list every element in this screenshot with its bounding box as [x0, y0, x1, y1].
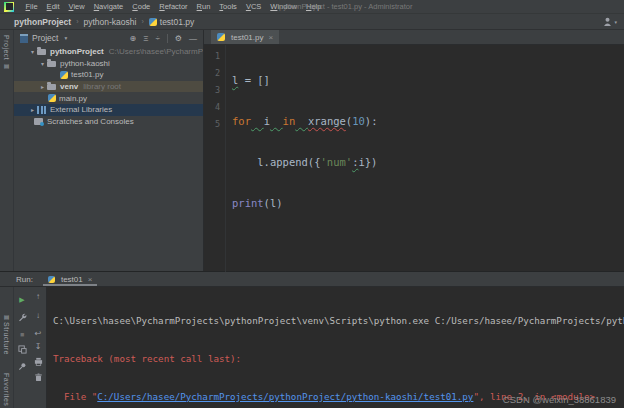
tree-row-external-libraries[interactable]: ▸ External Libraries	[14, 104, 203, 116]
tree-extra: library root	[83, 82, 121, 91]
menu-item-vcs[interactable]: VCS	[241, 0, 265, 13]
tree-row-pythonProject[interactable]: ▾ pythonProject C:\Users\hasee\PycharmPr…	[14, 46, 203, 58]
project-tree: ▾ pythonProject C:\Users\hasee\PycharmPr…	[14, 46, 203, 127]
folder-icon	[47, 61, 56, 67]
tree-label: pythonProject	[50, 47, 104, 56]
project-view-selector[interactable]: Project	[32, 33, 58, 43]
tree-label: python-kaoshi	[60, 59, 110, 68]
breadcrumb-separator: ›	[76, 18, 78, 25]
breadcrumb-folder[interactable]: python-kaoshi	[84, 17, 137, 27]
favorites-stripe-label: Favorites	[3, 373, 10, 406]
menu-item-run[interactable]: Run	[192, 0, 215, 13]
file-link[interactable]: C:/Users/hasee/PycharmProjects/pythonPro…	[97, 391, 473, 402]
rerun-button[interactable]: ▶	[14, 293, 30, 306]
scroll-to-end-icon[interactable]: ↧	[30, 340, 46, 353]
project-view-icon	[20, 34, 28, 43]
tree-row-test01[interactable]: test01.py	[14, 69, 203, 81]
menu-item-file[interactable]: File	[21, 0, 42, 13]
scratches-icon	[34, 118, 43, 125]
restore-layout-icon[interactable]	[14, 343, 30, 356]
line-number: 4	[204, 99, 220, 116]
settings-gear-icon[interactable]: ⚙	[175, 34, 182, 43]
breadcrumb-file[interactable]: test01.py	[160, 17, 195, 27]
tree-row-scratches[interactable]: Scratches and Consoles	[14, 116, 203, 128]
run-toolbar-console: ↑ ↓ ↩ ↧	[30, 287, 47, 408]
close-icon[interactable]: ×	[88, 275, 93, 284]
breadcrumb-project[interactable]: pythonProject	[14, 17, 71, 27]
left-tool-stripe-bottom: ▤ Structure Favorites	[0, 287, 14, 408]
code-line-5	[232, 236, 378, 253]
pin-icon[interactable]	[14, 360, 30, 373]
code-line-3: l.append({'num':i})	[232, 154, 378, 171]
run-panel-header: Run: test01 ×	[0, 272, 624, 287]
tree-row-venv[interactable]: ▸ venv library root	[14, 81, 203, 93]
folder-icon	[47, 84, 56, 90]
down-stack-trace-icon[interactable]: ↓	[30, 309, 46, 322]
main-area: Project ▤ Project ▾ ⊕ Ξ ÷ ⚙ — ▾ pythonPr…	[0, 30, 624, 271]
breadcrumb: pythonProject › python-kaoshi › test01.p…	[0, 14, 624, 30]
tree-row-main[interactable]: main.py	[14, 92, 203, 104]
line-number: 2	[204, 65, 220, 82]
tree-row-python-kaoshi[interactable]: ▾ python-kaoshi	[14, 58, 203, 70]
tree-label: External Libraries	[50, 105, 112, 114]
run-tab-test01[interactable]: test01 ×	[43, 272, 97, 286]
soft-wrap-icon[interactable]: ↩	[30, 327, 46, 340]
chevron-down-icon: ▾	[614, 19, 617, 25]
user-icon	[603, 17, 612, 26]
project-panel: Project ▾ ⊕ Ξ ÷ ⚙ — ▾ pythonProject C:\U…	[14, 30, 204, 271]
library-icon	[37, 106, 46, 114]
close-icon[interactable]: ×	[268, 33, 273, 42]
stop-button[interactable]: ■	[14, 328, 30, 341]
menu-item-view[interactable]: View	[64, 0, 89, 13]
editor[interactable]: test01.py × 1 2 3 4 5 l = [] for i in xr…	[204, 30, 624, 271]
tree-path: C:\Users\hasee\PycharmProjects\pyt	[109, 47, 203, 56]
chevron-right-icon: ▸	[38, 83, 47, 90]
tool-button-favorites[interactable]: Favorites	[0, 373, 13, 406]
code-line-1: l = []	[232, 72, 378, 89]
user-menu-button[interactable]: ▾	[603, 17, 617, 26]
python-file-icon	[60, 71, 68, 79]
console-traceback-line: Traceback (most recent call last):	[53, 351, 624, 367]
tab-test01[interactable]: test01.py ×	[211, 30, 279, 44]
run-tab-label: test01	[61, 275, 83, 284]
collapse-all-button[interactable]: Ξ	[143, 34, 148, 43]
tool-button-structure[interactable]: ▤ Structure	[0, 313, 13, 355]
hide-panel-button[interactable]: —	[189, 34, 197, 43]
breadcrumb-separator: ›	[141, 18, 143, 25]
menu-item-edit[interactable]: Edit	[42, 0, 64, 13]
tree-label: venv	[60, 82, 78, 91]
project-stripe-label: Project	[3, 35, 10, 60]
code-line-4: print(l)	[232, 195, 378, 212]
run-label: Run:	[16, 275, 33, 284]
editor-tab-bar: test01.py ×	[204, 30, 624, 45]
python-file-icon	[48, 94, 56, 102]
locate-file-button[interactable]: ⊕	[130, 34, 137, 43]
line-number: 5	[204, 116, 220, 133]
run-console[interactable]: C:\Users\hasee\PycharmProjects\pythonPro…	[47, 287, 624, 408]
divider	[167, 34, 168, 43]
console-command-line: C:\Users\hasee\PycharmProjects\pythonPro…	[53, 313, 624, 329]
python-file-icon	[48, 276, 55, 283]
menu-item-refactor[interactable]: Refactor	[155, 0, 192, 13]
expand-collapse-button[interactable]: ÷	[155, 34, 159, 43]
project-panel-header: Project ▾ ⊕ Ξ ÷ ⚙ —	[14, 30, 203, 46]
tool-button-project[interactable]: Project ▤	[0, 35, 13, 69]
menu-item-tools[interactable]: Tools	[215, 0, 242, 13]
chevron-right-icon: ▸	[28, 106, 37, 113]
folder-icon: ▤	[4, 62, 10, 69]
code-line-2: for i in xrange(10):	[232, 113, 378, 130]
title-bar: File Edit View Navigate Code Refactor Ru…	[0, 0, 624, 14]
print-icon[interactable]	[30, 355, 46, 368]
editor-gutter: 1 2 3 4 5	[204, 45, 226, 277]
tree-label: test01.py	[71, 70, 103, 79]
tree-label: main.py	[59, 94, 87, 103]
menu-item-navigate[interactable]: Navigate	[89, 0, 128, 13]
chevron-down-icon: ▾	[64, 35, 67, 41]
trash-icon[interactable]	[30, 371, 46, 384]
code-area[interactable]: l = [] for i in xrange(10): l.append({'n…	[226, 45, 378, 277]
menu-item-code[interactable]: Code	[128, 0, 155, 13]
line-number: 3	[204, 82, 220, 99]
wrench-icon[interactable]	[14, 311, 30, 324]
up-stack-trace-icon[interactable]: ↑	[30, 290, 46, 303]
window-title: pythonProject - test01.py - Administrato…	[279, 0, 412, 13]
